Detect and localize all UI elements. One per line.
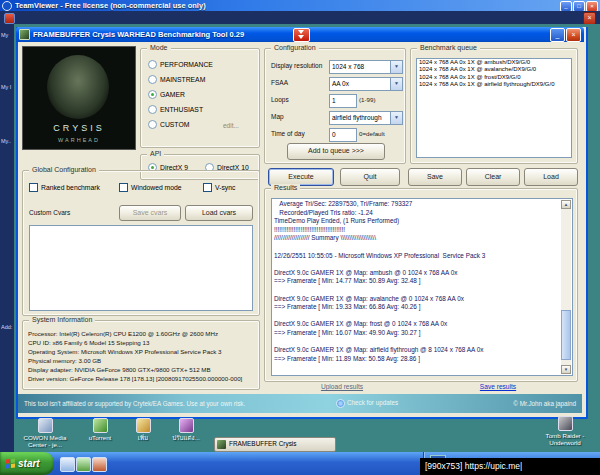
queue-item[interactable]: 1024 x 768 AA 0x 1X @ airfield flythroug… [417, 81, 571, 88]
upload-results-link[interactable]: Upload results [264, 383, 420, 390]
chevron-down-icon[interactable]: ▼ [390, 78, 402, 90]
soldier-face-image [47, 55, 109, 119]
map-select[interactable]: airfield flythrough ▼ [329, 111, 403, 125]
sidebar-label[interactable]: My I [1, 84, 14, 90]
desktop-icon-utorrent[interactable]: uTorrent [78, 418, 122, 441]
globe-icon [336, 399, 345, 408]
teamviewer-titlebar: TeamViewer - Free license (non-commercia… [0, 0, 600, 11]
app-icon [19, 29, 30, 40]
radio-label: GAMER [160, 91, 185, 98]
mode-option-performance[interactable]: PERFORMANCE [148, 60, 213, 69]
scrollbar-thumb[interactable] [561, 310, 571, 360]
api-label: API [147, 150, 164, 157]
scroll-up-icon[interactable]: ▲ [561, 200, 571, 209]
select-value: AA 0x [332, 80, 349, 87]
mode-label: Mode [147, 44, 171, 51]
mode-option-custom[interactable]: CUSTOM [148, 120, 189, 129]
framebuffer-taskbar-button[interactable]: FRAMEBUFFER Crysis [214, 437, 336, 452]
system-info-line: Processor: Intel(R) Celeron(R) CPU E1200… [28, 329, 256, 338]
loops-label: Loops [271, 96, 289, 103]
disclaimer-text: This tool isn't affiliated or supported … [24, 400, 245, 407]
time-of-day-input[interactable]: 0 [329, 128, 357, 142]
radio-label: CUSTOM [160, 121, 189, 128]
desktop-icon-label: Tomb Raider - Underworld [534, 432, 596, 447]
windows-flag-icon [6, 459, 15, 469]
map-label: Map [271, 113, 284, 120]
quick-launch-icon[interactable] [92, 457, 107, 472]
utorrent-icon [93, 418, 108, 433]
sidebar-label[interactable]: Add: [1, 324, 14, 330]
remote-desktop: FRAMEBUFFER Crysis WARHEAD Benchmarking … [14, 24, 600, 452]
checkbox-icon [29, 183, 38, 192]
tool-footer: This tool isn't affiliated or supported … [18, 394, 582, 413]
minimize-icon[interactable]: _ [550, 28, 565, 42]
teamviewer-title: TeamViewer - Free license (non-commercia… [15, 1, 206, 10]
sidebar-label[interactable]: My [1, 32, 14, 38]
custom-cvars-label: Custom Cvars [29, 209, 70, 216]
desktop-icon-tomb-raider[interactable]: Tomb Raider - Underworld [534, 416, 596, 447]
edit-custom-link[interactable]: edit... [223, 122, 239, 129]
system-info-line: Driver version: GeForce Release 178 [178… [28, 374, 256, 383]
tool-titlebar[interactable]: FRAMEBUFFER Crysis WARHEAD Benchmarking … [16, 27, 584, 42]
vsync-checkbox[interactable]: V-sync [203, 183, 235, 192]
warhead-logo-text: WARHEAD [23, 137, 135, 143]
desktop-icon-label: เพิ่ม [126, 434, 160, 441]
mode-option-mainstream[interactable]: MAINSTREAM [148, 75, 205, 84]
scroll-down-icon[interactable]: ▼ [561, 365, 571, 374]
start-button[interactable]: start [0, 452, 54, 475]
benchmark-queue-groupbox: Benchmark queue 1024 x 768 AA 0x 1X @ am… [410, 48, 578, 164]
benchmark-tool-window: FRAMEBUFFER Crysis WARHEAD Benchmarking … [16, 27, 588, 419]
check-for-updates-link[interactable]: Check for updates [336, 399, 398, 408]
fsaa-select[interactable]: AA 0x ▼ [329, 77, 403, 91]
checkbox-label: V-sync [215, 184, 235, 191]
windowed-mode-checkbox[interactable]: Windowed mode [119, 183, 182, 192]
configuration-groupbox: Configuration Display resolution 1024 x … [264, 48, 406, 164]
loops-hint: (1-99) [359, 96, 376, 103]
quick-launch-icon[interactable] [60, 457, 75, 472]
results-text: Average Tri/Sec: 22897530, Tri/Frame: 79… [274, 200, 560, 374]
custom-cvars-textarea[interactable] [29, 225, 253, 311]
benchmark-queue-list[interactable]: 1024 x 768 AA 0x 1X @ ambush/DX9/G/0 102… [416, 58, 572, 158]
desktop-icon-add[interactable]: เพิ่ม [126, 418, 160, 441]
mode-option-enthusiast[interactable]: ENTHUSIAST [148, 105, 203, 114]
queue-item[interactable]: 1024 x 768 AA 0x 1X @ ambush/DX9/G/0 [417, 59, 571, 66]
radio-label: PERFORMANCE [160, 61, 213, 68]
display-resolution-select[interactable]: 1024 x 768 ▼ [329, 60, 403, 74]
desktop-icon-customize[interactable]: ปรับแต่ง... [164, 418, 208, 441]
taskbar-button-label: FRAMEBUFFER Crysis [229, 440, 296, 447]
quit-button[interactable]: Quit [340, 168, 400, 186]
save-results-link[interactable]: Save results [420, 383, 576, 390]
app-icon [217, 440, 226, 449]
screen: TeamViewer - Free license (non-commercia… [0, 0, 600, 475]
ranked-benchmark-checkbox[interactable]: Ranked benchmark [29, 183, 100, 192]
queue-item[interactable]: 1024 x 768 AA 0x 1X @ avalanche/DX9/G/0 [417, 66, 571, 73]
close-icon[interactable]: × [566, 28, 581, 42]
teamviewer-sidebar: My My I My.. Add: [0, 24, 14, 452]
session-icon [4, 13, 15, 24]
chevron-down-icon[interactable]: ▼ [390, 112, 402, 124]
chevron-down-icon[interactable]: ▼ [390, 61, 402, 73]
watermark-text: [990x753] https://upic.me| [420, 458, 600, 475]
desktop-icon-cowon[interactable]: COWON Media Center - je... [16, 418, 74, 449]
add-to-queue-button[interactable]: Add to queue >>> [287, 143, 385, 160]
clear-button[interactable]: Clear [466, 168, 520, 186]
crysis-logo-text: CRYSIS [23, 123, 135, 133]
checkbox-icon [119, 183, 128, 192]
quick-launch-icon[interactable] [76, 457, 91, 472]
loops-input[interactable]: 1 [329, 94, 357, 108]
results-scrollbar[interactable]: ▲ ▼ [561, 200, 571, 374]
mode-option-gamer[interactable]: GAMER [148, 90, 185, 99]
save-button[interactable]: Save [408, 168, 462, 186]
load-cvars-button[interactable]: Load cvars [185, 205, 253, 221]
save-cvars-button[interactable]: Save cvars [119, 205, 181, 221]
global-configuration-label: Global Configuration [29, 166, 99, 173]
load-button[interactable]: Load [524, 168, 578, 186]
desktop-icon-label: uTorrent [78, 434, 122, 441]
crysis-box-art: CRYSIS WARHEAD [22, 46, 136, 150]
queue-item[interactable]: 1024 x 768 AA 0x 1X @ frost/DX9/G/0 [417, 74, 571, 81]
add-icon [136, 418, 151, 433]
system-information-groupbox: System Information Processor: Intel(R) C… [22, 320, 260, 390]
mode-groupbox: Mode PERFORMANCE MAINSTREAM GAMER ENTHUS… [140, 48, 260, 148]
radio-icon [148, 60, 157, 69]
sidebar-label[interactable]: My.. [1, 138, 14, 144]
